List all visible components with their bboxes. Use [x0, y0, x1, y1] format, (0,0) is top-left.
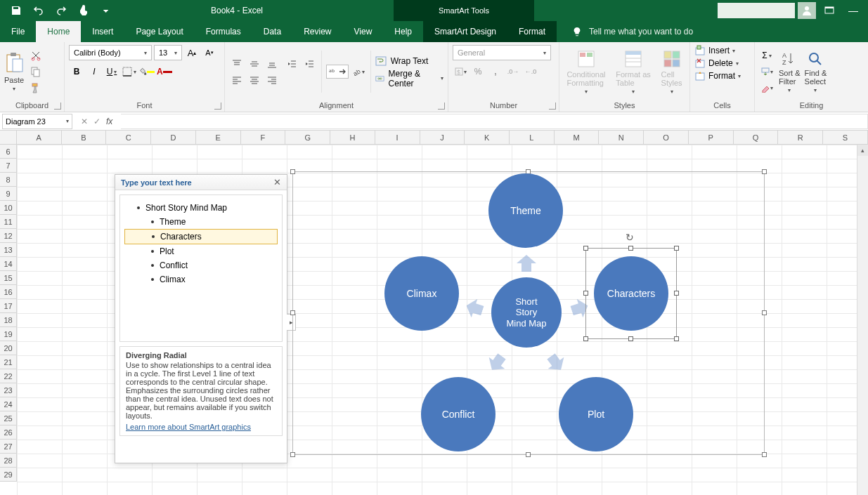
row-header[interactable]: 19	[0, 327, 17, 341]
column-header[interactable]: A	[17, 131, 62, 144]
row-header[interactable]: 18	[0, 313, 17, 327]
paste-button[interactable]: Paste ▾	[4, 52, 24, 92]
user-avatar[interactable]	[798, 2, 816, 19]
row-header[interactable]: 8	[0, 173, 17, 187]
row-header[interactable]: 29	[0, 468, 17, 482]
enter-formula-icon[interactable]: ✓	[93, 117, 101, 126]
resize-handle[interactable]	[674, 246, 679, 251]
align-bottom-icon[interactable]	[264, 57, 280, 71]
increase-decimal-icon[interactable]: .0→	[505, 65, 521, 79]
text-pane-item[interactable]: Climax	[124, 272, 278, 286]
tab-help[interactable]: Help	[383, 21, 423, 42]
underline-icon[interactable]: U▾	[104, 65, 119, 79]
column-header[interactable]: S	[823, 131, 868, 144]
save-icon[interactable]	[6, 2, 27, 19]
number-launcher[interactable]	[549, 103, 556, 110]
text-pane-item[interactable]: Theme	[124, 215, 278, 229]
redo-icon[interactable]	[51, 2, 72, 19]
cancel-formula-icon[interactable]: ✕	[81, 117, 88, 126]
tab-review[interactable]: Review	[292, 21, 342, 42]
select-all-corner[interactable]	[0, 131, 17, 144]
row-header[interactable]: 6	[0, 145, 17, 159]
clipboard-launcher[interactable]	[54, 103, 61, 110]
row-header[interactable]: 12	[0, 229, 17, 243]
tab-smartart-design[interactable]: SmartArt Design	[423, 21, 507, 42]
row-header[interactable]: 21	[0, 355, 17, 369]
touch-mode-icon[interactable]	[73, 2, 94, 19]
autosum-icon[interactable]: Σ▾	[759, 48, 775, 62]
align-left-icon[interactable]	[229, 73, 245, 87]
comma-icon[interactable]: ,	[488, 65, 503, 79]
learn-more-link[interactable]: Learn more about SmartArt graphics	[126, 423, 251, 431]
column-header[interactable]: E	[196, 131, 241, 144]
diagram-node-plot[interactable]: Plot	[559, 377, 633, 451]
sort-filter-button[interactable]: AZ Sort & Filter▾	[779, 51, 801, 93]
resize-handle[interactable]	[674, 336, 679, 341]
signin-box[interactable]	[718, 3, 795, 18]
column-header[interactable]: P	[689, 131, 734, 144]
column-header[interactable]: Q	[734, 131, 779, 144]
column-header[interactable]: L	[510, 131, 555, 144]
tab-insert[interactable]: Insert	[81, 21, 124, 42]
diagram-node-climax[interactable]: Climax	[384, 256, 459, 331]
column-header[interactable]: I	[375, 131, 420, 144]
tab-formulas[interactable]: Formulas	[195, 21, 252, 42]
tab-file[interactable]: File	[0, 21, 36, 42]
tell-me[interactable]: Tell me what you want to do	[557, 21, 693, 42]
row-header[interactable]: 27	[0, 440, 17, 454]
decrease-indent-icon[interactable]	[284, 57, 299, 71]
number-format-combo[interactable]: General▾	[453, 45, 551, 60]
text-pane-item[interactable]: Conflict	[124, 258, 278, 272]
bold-icon[interactable]: B	[69, 65, 84, 79]
resize-handle[interactable]	[583, 246, 588, 251]
vertical-scrollbar[interactable]: ▴	[857, 145, 868, 495]
insert-cells-button[interactable]: Insert▾	[694, 45, 750, 56]
percent-icon[interactable]: %	[470, 65, 486, 79]
format-painter-icon[interactable]	[28, 81, 44, 95]
italic-icon[interactable]: I	[86, 65, 102, 79]
wrap-text-button[interactable]: Wrap Text	[375, 55, 443, 67]
tab-home[interactable]: Home	[36, 21, 81, 42]
column-header[interactable]: H	[330, 131, 375, 144]
undo-icon[interactable]	[28, 2, 49, 19]
row-header[interactable]: 23	[0, 383, 17, 397]
column-header[interactable]: N	[599, 131, 644, 144]
minimize-icon[interactable]: —	[843, 2, 864, 19]
align-center-icon[interactable]	[247, 73, 262, 87]
tab-format[interactable]: Format	[507, 21, 557, 42]
rotate-handle-icon[interactable]: ↻	[626, 232, 637, 243]
row-header[interactable]: 11	[0, 215, 17, 229]
format-as-table-button[interactable]: Format as Table▾	[616, 49, 651, 95]
name-box[interactable]: Diagram 23▾	[2, 114, 72, 129]
column-header[interactable]: C	[106, 131, 151, 144]
increase-indent-icon[interactable]	[302, 57, 317, 71]
worksheet[interactable]: ABCDEFGHIJKLMNOPQRS 67891011121314151617…	[0, 131, 868, 495]
decrease-font-icon[interactable]: A▾	[202, 46, 217, 60]
text-pane-item[interactable]: Short Story Mind Map	[124, 201, 278, 215]
close-icon[interactable]: ✕	[273, 177, 281, 187]
row-header[interactable]: 22	[0, 369, 17, 383]
delete-cells-button[interactable]: Delete▾	[694, 58, 750, 69]
resize-handle[interactable]	[583, 336, 588, 341]
alignment-launcher[interactable]	[438, 103, 445, 110]
column-header[interactable]: R	[778, 131, 823, 144]
row-header[interactable]: 17	[0, 299, 17, 313]
row-header[interactable]: 25	[0, 411, 17, 425]
text-pane-item[interactable]: Plot	[124, 244, 278, 258]
find-select-button[interactable]: Find & Select▾	[805, 51, 827, 93]
align-right-icon[interactable]	[264, 73, 280, 87]
row-header[interactable]: 28	[0, 454, 17, 468]
row-header[interactable]: 10	[0, 201, 17, 215]
row-header[interactable]: 24	[0, 397, 17, 411]
accounting-icon[interactable]: $▾	[453, 65, 468, 79]
row-header[interactable]: 26	[0, 425, 17, 440]
fill-color-icon[interactable]	[139, 65, 155, 79]
text-pane-list[interactable]: Short Story Mind MapThemeCharactersPlotC…	[119, 194, 283, 342]
fill-icon[interactable]: ▾	[759, 65, 775, 79]
diagram-center-node[interactable]: Short Story Mind Map	[491, 277, 562, 348]
align-top-icon[interactable]	[229, 57, 245, 71]
font-size-combo[interactable]: 13▾	[154, 45, 182, 60]
fx-icon[interactable]: fx	[106, 117, 112, 126]
row-header[interactable]: 13	[0, 243, 17, 257]
decrease-decimal-icon[interactable]: ←.0	[523, 65, 538, 79]
